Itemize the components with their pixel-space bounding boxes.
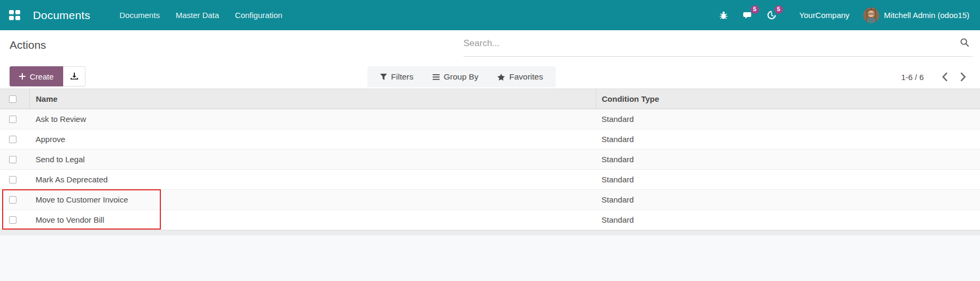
apps-grid-square [15,16,20,20]
pager: 1-6 / 6 [901,66,973,87]
row-condition-type[interactable]: Standard [596,210,980,230]
apps-grid-square [9,10,14,14]
company-switcher[interactable]: YourCompany [784,0,862,30]
row-name[interactable]: Send to Legal [29,150,596,170]
menu-documents[interactable]: Documents [111,0,168,30]
list-view: Name Condition Type Ask to Review Standa… [0,89,980,230]
action-buttons: Create [10,66,85,86]
navbar-right: 5 5 YourCompany [712,0,972,30]
app-title[interactable]: Documents [33,9,90,22]
apps-menu-icon[interactable] [9,10,20,20]
export-button[interactable] [63,66,85,86]
column-header-name[interactable]: Name [29,89,596,109]
table-header-row: Name Condition Type [0,89,980,109]
funnel-icon [380,74,387,80]
filters-button[interactable]: Filters [371,66,423,87]
row-checkbox[interactable] [9,136,16,143]
table-row-highlighted[interactable]: Move to Customer Invoice Standard [0,190,980,210]
menu-master-data[interactable]: Master Data [168,0,227,30]
table-row[interactable]: Send to Legal Standard [0,150,980,170]
chevron-right-icon [960,73,966,81]
row-name[interactable]: Ask to Review [29,109,596,129]
table-footer-strip [0,230,980,235]
favorites-label: Favorites [509,72,543,82]
page-title: Actions [10,30,46,59]
apps-grid-square [15,10,20,14]
row-checkbox[interactable] [9,176,16,183]
bars-icon [433,74,440,80]
search-options-bar: Filters Group By Favorites [367,66,556,87]
table-row-highlighted[interactable]: Move to Vendor Bill Standard [0,210,980,230]
empty-content-area [0,235,980,281]
row-condition-type[interactable]: Standard [596,129,980,150]
bug-icon [719,11,728,20]
row-checkbox[interactable] [9,196,16,204]
row-condition-type[interactable]: Standard [596,150,980,170]
group-by-label: Group By [444,72,478,82]
create-button-label: Create [30,72,54,81]
messages-badge: 5 [751,5,759,14]
activities-menu[interactable]: 5 [760,0,784,30]
row-name[interactable]: Approve [29,129,596,150]
row-condition-type[interactable]: Standard [596,109,980,129]
top-navbar: Documents Documents Master Data Configur… [0,0,980,30]
table-row[interactable]: Ask to Review Standard [0,109,980,129]
menu-configuration[interactable]: Configuration [227,0,290,30]
row-condition-type[interactable]: Standard [596,190,980,210]
apps-grid-square [9,16,14,20]
column-header-condition-type[interactable]: Condition Type [596,89,980,109]
row-condition-type[interactable]: Standard [596,170,980,190]
select-all-header [0,89,29,109]
pager-next-button[interactable] [954,69,973,84]
control-panel-bottom: Create Filters Group By [0,59,980,89]
download-export-icon [70,73,79,81]
filters-label: Filters [391,72,414,82]
table-row[interactable]: Mark As Deprecated Standard [0,170,980,190]
debug-bug-icon[interactable] [712,0,735,30]
activities-badge: 5 [775,5,783,14]
search-icon[interactable] [957,38,973,49]
row-checkbox[interactable] [9,216,16,224]
row-name[interactable]: Move to Customer Invoice [29,190,596,210]
row-checkbox[interactable] [9,156,16,163]
control-panel-top: Actions [0,30,980,59]
plus-icon [19,73,25,80]
main-menu: Documents Master Data Configuration [111,0,290,30]
avatar [863,7,879,23]
select-all-checkbox[interactable] [9,95,16,103]
create-button[interactable]: Create [10,66,63,86]
pager-previous-button[interactable] [935,69,954,84]
pager-value: 1-6 / 6 [901,73,924,82]
user-name: Mitchell Admin (odoo15) [884,11,969,20]
table-row[interactable]: Approve Standard [0,129,980,150]
search-input[interactable] [463,38,957,49]
search-bar [463,30,973,57]
row-name[interactable]: Move to Vendor Bill [29,210,596,230]
star-icon [497,74,505,81]
row-checkbox[interactable] [9,116,16,123]
control-panel: Actions Create [0,30,980,89]
actions-table: Name Condition Type Ask to Review Standa… [0,89,980,230]
group-by-button[interactable]: Group By [423,66,488,87]
chevron-left-icon [942,73,948,81]
favorites-button[interactable]: Favorites [488,66,553,87]
row-name[interactable]: Mark As Deprecated [29,170,596,190]
messages-menu[interactable]: 5 [735,0,760,30]
user-menu[interactable]: Mitchell Admin (odoo15) [861,0,972,30]
